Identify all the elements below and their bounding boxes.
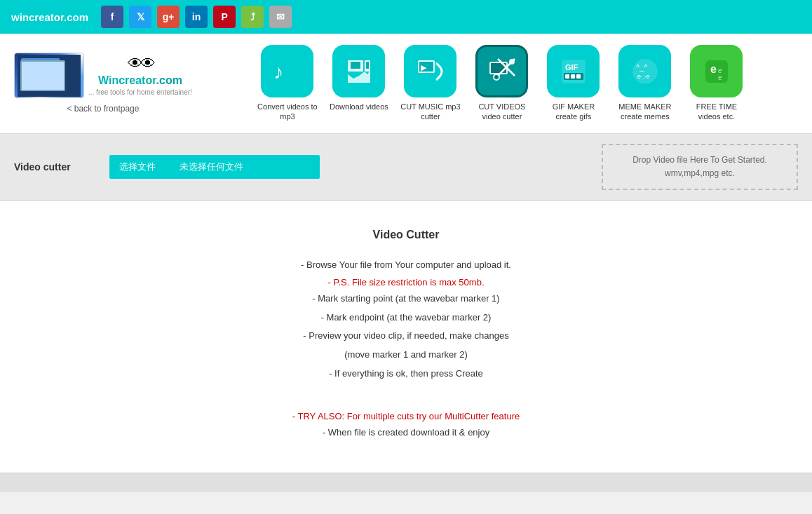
pinterest-button[interactable]: P: [213, 6, 236, 28]
svg-rect-4: [41, 62, 57, 72]
svg-rect-31: [705, 60, 728, 83]
email-button[interactable]: ✉: [269, 6, 292, 28]
content-inner: Video Cutter - Browse Your file from You…: [196, 229, 616, 440]
back-link[interactable]: < back to frontpage: [67, 104, 139, 114]
file-choose-button[interactable]: 选择文件: [109, 155, 165, 179]
drop-zone-formats: wmv,mp4,mpg etc.: [665, 168, 735, 178]
svg-rect-25: [565, 74, 569, 79]
convert-videos-label: Convert videos to mp3: [256, 102, 319, 122]
cut-music-icon: ▶: [404, 45, 456, 97]
instruction-line-1: - Browse Your file from Your computer an…: [196, 258, 616, 273]
googleplus-button[interactable]: g+: [157, 6, 180, 28]
svg-rect-2: [23, 60, 57, 83]
instruction-line-4: - Mark endpoint (at the wavebar marker 2…: [196, 311, 616, 325]
convert-videos-icon: ♪: [261, 45, 313, 97]
svg-rect-27: [576, 74, 581, 79]
nav-cut-music[interactable]: ▶ CUT MUSIC mp3 cutter: [399, 45, 462, 122]
nav-convert-videos[interactable]: ♪ Convert videos to mp3: [256, 45, 319, 122]
svg-text:e: e: [710, 63, 717, 75]
svg-point-20: [494, 75, 499, 79]
svg-text:♪: ♪: [273, 61, 283, 83]
instruction-line-8: - When file is created download it & enj…: [196, 426, 616, 440]
cut-music-label: CUT MUSIC mp3 cutter: [399, 102, 462, 122]
logo-brand: Wincreator.com: [98, 74, 182, 87]
free-time-label: FREE TIME videos etc.: [685, 102, 748, 122]
svg-rect-9: [351, 62, 360, 69]
nav-free-time[interactable]: e e e FREE TIME videos etc.: [685, 45, 748, 122]
logo-eyes: 👁👁: [128, 55, 153, 73]
svg-rect-26: [571, 74, 575, 79]
svg-rect-5: [25, 73, 40, 81]
drop-zone-text: Drop Video file Here To Get Started.: [632, 155, 767, 165]
header: 👁👁 Wincreator.com ... free tools for hom…: [0, 34, 812, 134]
download-videos-label: Download videos: [330, 102, 388, 111]
file-label: 未选择任何文件: [165, 155, 320, 179]
instruction-line-2: - P.S. File size restriction is max 50mb…: [196, 277, 616, 288]
nav-meme-maker[interactable]: ^_^ e·.·e MEME MAKER create memes: [614, 45, 677, 122]
svg-text:GIF: GIF: [565, 63, 578, 72]
instruction-line-3: - Mark starting point (at the wavebar ma…: [196, 292, 616, 306]
nav-gif-maker[interactable]: GIF GIF MAKER create gifs: [542, 45, 605, 122]
svg-rect-11: [366, 62, 369, 69]
svg-text:e·.·e: e·.·e: [637, 73, 650, 80]
logo-area: 👁👁 Wincreator.com ... free tools for hom…: [14, 53, 192, 114]
meme-maker-icon: ^_^ e·.·e: [618, 45, 671, 97]
nav-cut-videos[interactable]: CUT VIDEOS video cutter: [471, 45, 534, 122]
main-content: Video Cutter - Browse Your file from You…: [0, 201, 812, 473]
gif-maker-label: GIF MAKER create gifs: [542, 102, 605, 122]
logo-tagline: ... free tools for home entertainer!: [88, 88, 192, 96]
svg-rect-0: [18, 55, 81, 97]
site-name: wincreator.com: [11, 11, 88, 23]
logo-image: [14, 53, 84, 98]
twitter-button[interactable]: 𝕏: [129, 6, 151, 28]
facebook-button[interactable]: f: [101, 6, 123, 28]
cut-videos-icon: [475, 45, 528, 97]
svg-rect-6: [41, 73, 57, 81]
svg-point-21: [509, 59, 515, 65]
svg-rect-1: [21, 58, 60, 85]
footer: [0, 473, 812, 492]
svg-text:^_^: ^_^: [636, 63, 648, 72]
cut-videos-label: CUT VIDEOS video cutter: [471, 102, 534, 122]
instruction-line-7: - If everything is ok, then press Create: [196, 367, 616, 381]
nav-download-videos[interactable]: Download videos: [327, 45, 391, 122]
cutter-bar: Video cutter 选择文件 未选择任何文件 Drop Video fil…: [0, 134, 812, 201]
gif-maker-icon: GIF: [547, 45, 600, 97]
svg-text:e: e: [718, 74, 722, 81]
logo-box: 👁👁 Wincreator.com ... free tools for hom…: [14, 53, 192, 98]
multicutter-link[interactable]: - TRY ALSO: For multiple cuts try our Mu…: [196, 411, 616, 421]
content-title: Video Cutter: [196, 229, 616, 241]
topbar: wincreator.com f 𝕏 g+ in P ⤴ ✉: [0, 0, 812, 34]
drop-zone[interactable]: Drop Video file Here To Get Started. wmv…: [602, 144, 798, 190]
nav-icons: ♪ Convert videos to mp3 Download videos: [206, 45, 798, 122]
instruction-line-6: (move marker 1 and marker 2): [196, 348, 616, 363]
cutter-bar-label: Video cutter: [14, 161, 98, 173]
file-input-group: 选择文件 未选择任何文件: [109, 155, 320, 179]
share-button[interactable]: ⤴: [241, 6, 264, 28]
svg-text:▶: ▶: [421, 63, 427, 72]
instruction-line-5: - Preview your video clip, if needed, ma…: [196, 329, 616, 344]
svg-rect-3: [25, 62, 40, 72]
meme-maker-label: MEME MAKER create memes: [614, 102, 677, 122]
logo-text: 👁👁 Wincreator.com ... free tools for hom…: [88, 55, 192, 96]
download-videos-icon: [332, 45, 385, 97]
free-time-icon: e e e: [690, 45, 743, 97]
linkedin-button[interactable]: in: [185, 6, 208, 28]
